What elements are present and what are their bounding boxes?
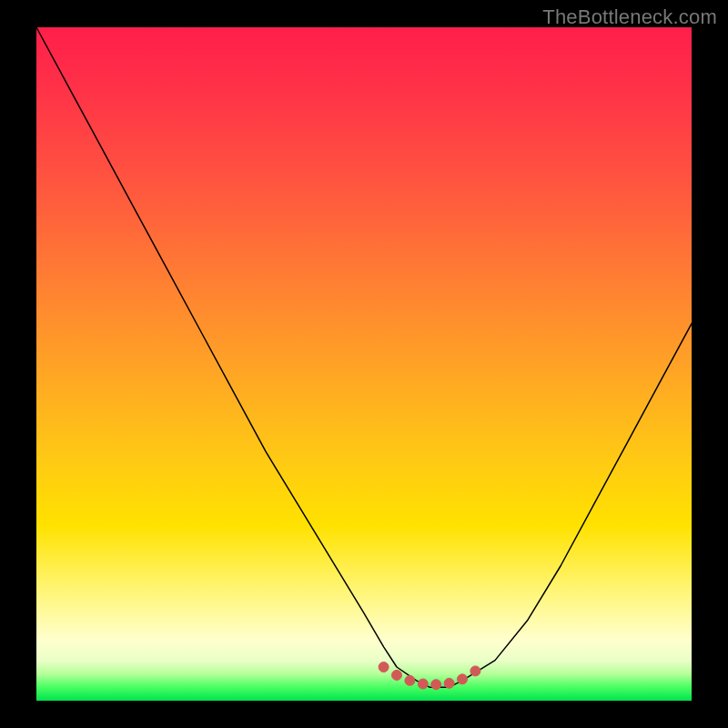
valley-dot [458,674,468,684]
bottleneck-curve-line [36,27,692,687]
plot-area [36,27,692,701]
valley-dot [392,670,402,680]
watermark-text: TheBottleneck.com [542,5,717,29]
valley-dots-group [379,662,480,690]
valley-dot [405,675,415,685]
valley-dot [431,680,441,690]
valley-dot [379,662,389,672]
chart-svg [36,27,692,701]
valley-dot [470,666,480,676]
chart-frame: TheBottleneck.com [0,0,728,728]
valley-dot [418,679,428,689]
valley-dot [444,678,454,688]
